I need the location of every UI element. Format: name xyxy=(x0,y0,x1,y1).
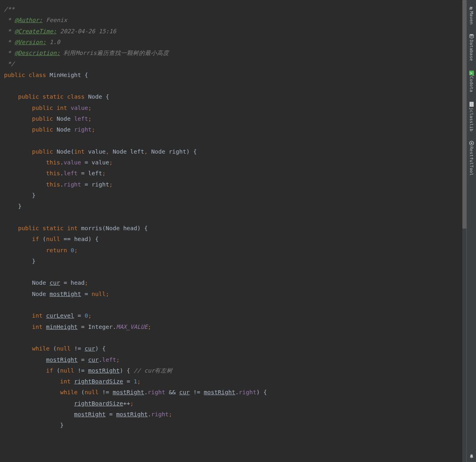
paren: ) xyxy=(186,148,190,155)
op: = xyxy=(63,280,67,286)
notification-button[interactable] xyxy=(468,449,475,462)
maven-tool-button[interactable]: m Maven xyxy=(465,1,476,28)
code-editor[interactable]: /** * @Author: Feenix * @CreateTime: 202… xyxy=(0,0,466,462)
var: cur xyxy=(50,280,60,286)
op: && xyxy=(169,389,175,395)
type: Node xyxy=(151,148,165,155)
field: right xyxy=(74,126,92,133)
keyword: null xyxy=(46,236,60,242)
var: cur xyxy=(179,389,190,395)
comment: // cur有左树 xyxy=(134,367,173,374)
restfultool-icon xyxy=(469,139,474,145)
keyword: class xyxy=(67,93,85,100)
op: != xyxy=(102,389,109,395)
keyword: if xyxy=(32,236,39,242)
keyword: this xyxy=(46,181,60,188)
var: mostRight xyxy=(74,411,106,417)
param: right xyxy=(169,148,186,155)
database-tool-button[interactable]: Database xyxy=(465,29,476,64)
right-tool-panel: m Maven Database >_ Codota jclasslib xyxy=(466,0,476,462)
semicolon: ; xyxy=(116,357,120,363)
var: mostRight xyxy=(116,411,148,417)
keyword: null xyxy=(60,367,74,374)
var: value xyxy=(92,159,109,166)
semicolon: ; xyxy=(74,247,78,253)
svg-point-2 xyxy=(470,36,474,38)
brace: { xyxy=(127,367,130,374)
keyword: public xyxy=(4,72,25,78)
param: value xyxy=(88,148,106,155)
keyword: int xyxy=(74,148,85,155)
keyword: static xyxy=(43,225,63,231)
tool-label: RestfulTool xyxy=(466,146,476,176)
tool-label: jclasslib xyxy=(466,107,476,132)
type: Node xyxy=(32,291,46,297)
semicolon: ; xyxy=(88,116,92,122)
var: cur xyxy=(88,357,99,363)
svg-text:m: m xyxy=(469,5,473,11)
var: mostRight xyxy=(50,291,81,297)
paren: ( xyxy=(71,148,74,155)
vertical-scrollbar[interactable] xyxy=(462,0,466,462)
keyword: this xyxy=(46,170,60,176)
svg-text:>_: >_ xyxy=(470,71,474,76)
paren: ( xyxy=(102,225,106,231)
svg-point-10 xyxy=(471,142,472,144)
var: mostRight xyxy=(113,389,144,395)
keyword: public xyxy=(32,116,53,122)
op: = xyxy=(81,324,85,330)
op: = xyxy=(77,312,81,319)
class-ref: Integer xyxy=(88,324,113,330)
doc-value: Feenix xyxy=(43,17,67,23)
param: head xyxy=(123,225,137,231)
field: right xyxy=(63,181,81,188)
op: = xyxy=(81,357,85,363)
brace: { xyxy=(106,93,109,100)
semicolon: ; xyxy=(109,181,113,188)
codota-tool-button[interactable]: >_ Codota xyxy=(465,66,476,95)
semicolon: ; xyxy=(92,126,95,133)
var: head xyxy=(71,280,85,286)
svg-point-1 xyxy=(470,34,474,36)
editor-container: /** * @Author: Feenix * @CreateTime: 202… xyxy=(0,0,476,462)
type: Node xyxy=(106,225,120,231)
paren: ) xyxy=(120,367,123,374)
doc-tag: @CreateTime: xyxy=(14,28,57,34)
op: = xyxy=(127,378,130,385)
brace: { xyxy=(193,148,197,155)
brace: } xyxy=(32,258,36,264)
op: = xyxy=(85,181,88,188)
type: Node xyxy=(113,148,127,155)
restfultool-tool-button[interactable]: RestfulTool xyxy=(465,136,476,179)
bell-icon xyxy=(469,452,474,458)
dot: . xyxy=(148,411,151,417)
jclasslib-icon xyxy=(469,100,474,106)
paren: ) xyxy=(88,236,92,242)
jclasslib-tool-button[interactable]: jclasslib xyxy=(465,97,476,135)
var: right xyxy=(92,181,109,188)
keyword: while xyxy=(60,389,78,395)
field: right xyxy=(239,389,256,395)
comment-line: * xyxy=(4,17,14,23)
keyword: int xyxy=(60,378,71,385)
doc-value: 利用Morris遍历查找一颗树的最小高度 xyxy=(60,50,169,56)
brace: { xyxy=(102,345,106,352)
doc-tag: @Author: xyxy=(14,17,43,23)
doc-tag: @Description: xyxy=(14,50,60,56)
op: != xyxy=(77,367,84,374)
brace: { xyxy=(144,225,148,231)
keyword: class xyxy=(28,72,46,78)
brace: { xyxy=(263,389,267,395)
var: mostRight xyxy=(46,357,78,363)
comment-line: * xyxy=(4,39,14,45)
field: left xyxy=(63,170,77,176)
var: rightBoardSize xyxy=(74,378,123,385)
keyword: static xyxy=(43,93,63,100)
comment-line: /** xyxy=(4,6,14,12)
op: != xyxy=(193,389,200,395)
scrollbar-thumb[interactable] xyxy=(462,0,466,229)
paren: ( xyxy=(81,389,85,395)
doc-value: 2022-04-26 15:16 xyxy=(57,28,116,34)
field: value xyxy=(71,105,88,111)
comma: , xyxy=(106,148,109,155)
